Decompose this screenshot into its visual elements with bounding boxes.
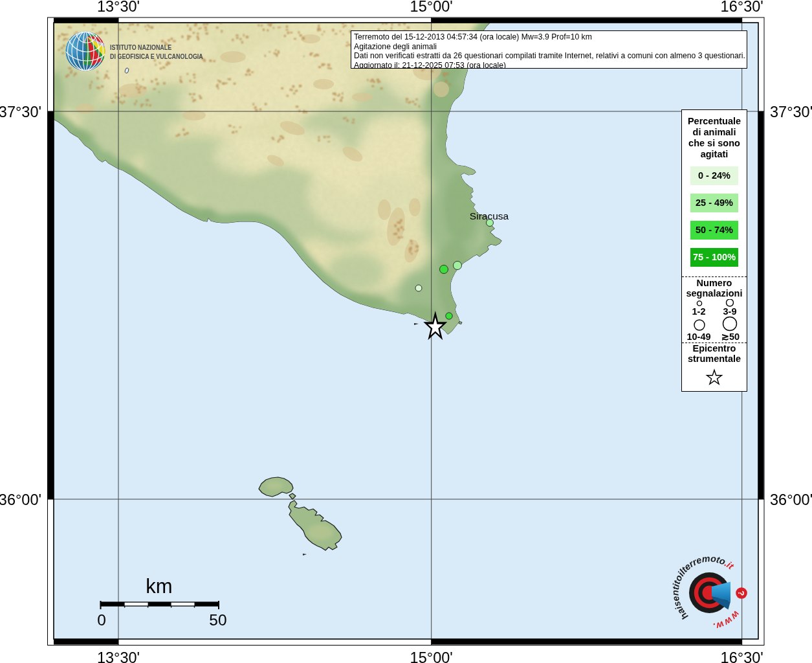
- svg-text:15°00': 15°00': [410, 0, 453, 15]
- svg-text:16°30': 16°30': [721, 0, 763, 15]
- svg-text:1-2: 1-2: [692, 306, 706, 317]
- svg-text:3-9: 3-9: [723, 306, 737, 317]
- svg-text:0: 0: [97, 611, 106, 629]
- svg-text:Siracusa: Siracusa: [470, 210, 509, 221]
- svg-text:36°00': 36°00': [0, 491, 41, 508]
- svg-text:?: ?: [736, 590, 746, 596]
- svg-text:DI GEOFISICA E VULCANOLOGIA: DI GEOFISICA E VULCANOLOGIA: [110, 52, 203, 60]
- svg-text:37°30': 37°30': [770, 104, 812, 120]
- svg-text:15°00': 15°00': [410, 649, 453, 663]
- svg-text:km: km: [146, 575, 172, 598]
- svg-text:13°30': 13°30': [97, 0, 140, 15]
- svg-text:13°30': 13°30': [97, 649, 140, 663]
- svg-text:10-49: 10-49: [686, 332, 710, 342]
- svg-text:36°00': 36°00': [770, 491, 812, 508]
- svg-text:16°30': 16°30': [721, 649, 763, 663]
- svg-text:50: 50: [209, 611, 226, 629]
- svg-text:ISTITUTO NAZIONALE: ISTITUTO NAZIONALE: [110, 43, 171, 51]
- svg-text:37°30': 37°30': [0, 104, 41, 120]
- svg-text:≳50: ≳50: [721, 332, 740, 342]
